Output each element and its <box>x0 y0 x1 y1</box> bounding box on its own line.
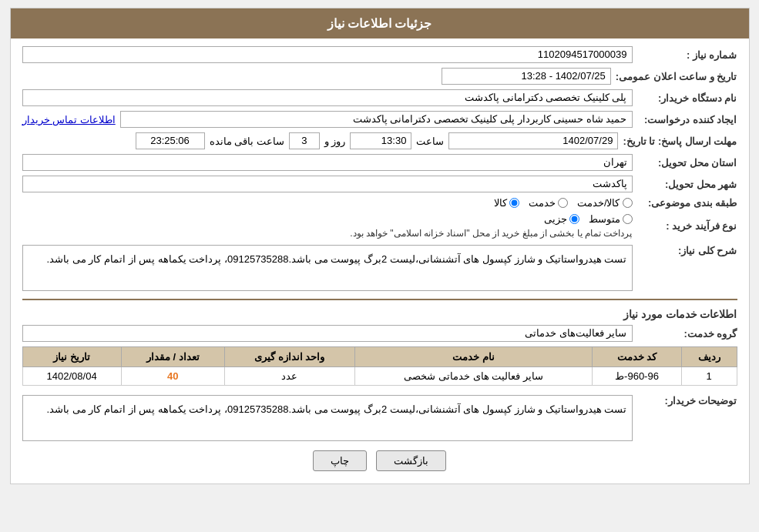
label-buyer-org: نام دستگاه خریدار: <box>637 92 737 104</box>
need-number-value: 1102094517000039 <box>22 46 633 63</box>
section-services-title: اطلاعات خدمات مورد نیاز <box>22 308 737 320</box>
creator-contact-link[interactable]: اطلاعات تماس خریدار <box>22 114 116 125</box>
creator-value: حمید شاه حسینی کاربردار پلی کلینیک تخصصی… <box>120 111 633 128</box>
label-service-group: گروه خدمت: <box>637 328 737 340</box>
back-button[interactable]: بازگشت <box>376 450 446 471</box>
reply-date-value: 1402/07/29 <box>448 132 618 149</box>
cell-code: 960-96-ط <box>593 367 681 386</box>
announce-time-value: 1402/07/25 - 13:28 <box>442 68 611 85</box>
buyer-org-value: پلی کلینیک تخصصی دکترامانی پاکدشت <box>22 89 633 106</box>
label-process: نوع فرآیند خرید : <box>637 220 737 232</box>
radio-medium[interactable]: متوسط <box>589 213 633 225</box>
col-date: تاریخ نیاز <box>22 347 121 367</box>
service-group-value: سایر فعالیت‌های خدماتی <box>22 325 633 342</box>
radio-partial[interactable]: جزیی <box>544 213 579 225</box>
radio-goods-service[interactable]: کالا/خدمت <box>577 197 633 209</box>
label-category: طبقه بندی موضوعی: <box>637 197 737 209</box>
cell-unit: عدد <box>224 367 354 386</box>
label-city: شهر محل تحویل: <box>637 179 737 190</box>
col-name: نام خدمت <box>354 347 592 367</box>
label-buyer-desc: توضیحات خریدار: <box>637 395 737 407</box>
cell-qty: 40 <box>121 367 224 386</box>
col-qty: تعداد / مقدار <box>121 347 224 367</box>
radio-goods[interactable]: کالا <box>494 197 519 209</box>
buyer-desc-value: تست هیدرواستاتیک و شارز کپسول های آتشنشا… <box>22 395 633 441</box>
process-note: پرداخت تمام یا بخشی از مبلغ خرید از محل … <box>22 228 633 239</box>
city-value: پاکدشت <box>22 176 633 192</box>
label-creator: ایجاد کننده درخواست: <box>637 114 737 125</box>
reply-time-label: ساعت <box>416 136 444 147</box>
reply-remaining-value: 23:25:06 <box>136 132 205 149</box>
label-reply-deadline: مهلت ارسال پاسخ: تا تاریخ: <box>623 136 737 147</box>
cell-date: 1402/08/04 <box>22 367 121 386</box>
label-need-desc: شرح کلی نیاز: <box>637 245 737 256</box>
label-province: استان محل تحویل: <box>637 157 737 169</box>
reply-days-label: روز و <box>324 136 346 147</box>
label-need-number: شماره نیاز : <box>637 49 737 61</box>
radio-service[interactable]: خدمت <box>529 197 568 209</box>
col-row: ردیف <box>681 347 737 367</box>
province-value: تهران <box>22 154 633 171</box>
reply-remaining-label: ساعت باقی مانده <box>210 136 284 147</box>
table-row: 1 960-96-ط سایر فعالیت های خدماتی شخصی ع… <box>22 367 737 386</box>
need-desc-value: تست هیدرواستاتیک و شارز کپسول های آتشنشا… <box>22 245 633 291</box>
cell-row: 1 <box>681 367 737 386</box>
reply-time-value: 13:30 <box>350 132 411 149</box>
page-title: جزئیات اطلاعات نیاز <box>11 8 749 38</box>
cell-name: سایر فعالیت های خدماتی شخصی <box>354 367 592 386</box>
services-table: ردیف کد خدمت نام خدمت واحد اندازه گیری ت… <box>22 346 737 386</box>
print-button[interactable]: چاپ <box>313 450 367 471</box>
col-unit: واحد اندازه گیری <box>224 347 354 367</box>
label-announce-time: تاریخ و ساعت اعلان عمومی: <box>616 71 737 82</box>
reply-days-value: 3 <box>289 132 320 149</box>
col-code: کد خدمت <box>593 347 681 367</box>
